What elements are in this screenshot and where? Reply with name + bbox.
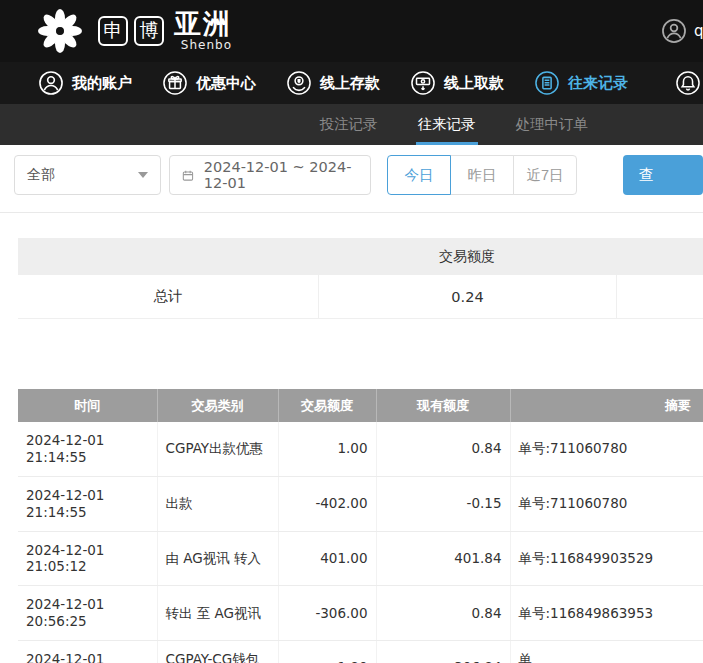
col-header-balance: 现有额度 — [376, 389, 510, 422]
summary-total-row: 总计 0.24 — [18, 275, 703, 319]
avatar-user-icon — [661, 18, 687, 44]
cell-summary: 单号:116849903529 — [510, 531, 703, 586]
nav-item-records[interactable]: 往来记录 — [534, 70, 628, 96]
cell-time: 2024-12-01 21:14:55 — [18, 422, 157, 476]
quick-date-buttons: 今日 昨日 近7日 — [387, 155, 577, 195]
type-select-value: 全部 — [27, 166, 55, 184]
tab-transaction-records[interactable]: 往来记录 — [418, 104, 476, 145]
tab-processing-orders[interactable]: 处理中订单 — [516, 104, 589, 145]
transactions-body: 2024-12-01 21:14:55CGPAY出款优惠1.000.84单号:7… — [18, 422, 703, 663]
calendar-icon — [181, 167, 195, 184]
summary-header-row: 交易额度 — [18, 238, 703, 275]
gift-circle-icon — [162, 70, 188, 96]
summary-total-label: 总计 — [18, 275, 318, 318]
col-header-amount: 交易额度 — [278, 389, 376, 422]
cell-balance: 401.84 — [376, 531, 510, 586]
brand-subtitle: Shenbo — [181, 38, 232, 52]
cell-balance: 306.84 — [376, 641, 510, 663]
nav-label: 优惠中心 — [196, 74, 256, 93]
cell-amount: 1.00 — [278, 422, 376, 476]
col-header-summary: 摘要 — [510, 389, 703, 422]
cell-time: 2024-12-01 21:05:12 — [18, 531, 157, 586]
cell-type: 出款 — [157, 476, 278, 531]
type-select[interactable]: 全部 — [14, 155, 161, 195]
nav-item-withdraw[interactable]: 线上取款 — [410, 70, 504, 96]
top-brand-bar: 申 博 亚洲 Shenbo qh — [0, 0, 703, 62]
cell-summary: 单号:711060780 — [510, 422, 703, 476]
table-row: 2024-12-01 21:14:55CGPAY出款优惠1.000.84单号:7… — [18, 422, 703, 476]
summary-amount-header: 交易额度 — [318, 248, 616, 266]
bell-circle-icon — [675, 70, 701, 96]
brand-region: 亚洲 Shenbo — [174, 10, 232, 52]
username-label: qh — [694, 22, 703, 40]
yesterday-button[interactable]: 昨日 — [450, 155, 514, 195]
cell-type: 转出 至 AG视讯 — [157, 586, 278, 641]
col-header-type: 交易类别 — [157, 389, 278, 422]
nav-label: 往来记录 — [568, 74, 628, 93]
table-row: 2024-12-01 21:14:55出款-402.00-0.15单号:7110… — [18, 476, 703, 531]
cell-type: 由 AG视讯 转入 — [157, 531, 278, 586]
cell-amount: -306.00 — [278, 586, 376, 641]
document-circle-icon — [534, 70, 560, 96]
table-row: 2024-12-01 20:56:25转出 至 AG视讯-306.000.84单… — [18, 586, 703, 641]
cell-time: 2024-12-01 20:56:25 — [18, 586, 157, 641]
nav-label: 线上取款 — [444, 74, 504, 93]
transactions-table: 时间 交易类别 交易额度 现有额度 摘要 2024-12-01 21:14:55… — [18, 389, 703, 663]
main-nav: 我的账户 优惠中心 线上存款 线上取款 — [0, 62, 703, 104]
nav-item-promotions[interactable]: 优惠中心 — [162, 70, 256, 96]
cell-amount: -402.00 — [278, 476, 376, 531]
summary-total-value: 0.24 — [318, 275, 616, 318]
banknote-circle-icon — [410, 70, 436, 96]
cell-balance: -0.15 — [376, 476, 510, 531]
brand-char-shen: 申 — [98, 16, 128, 46]
account-summary[interactable]: qh — [661, 18, 703, 44]
today-button[interactable]: 今日 — [387, 155, 451, 195]
records-subnav: 投注记录 往来记录 处理中订单 — [0, 104, 703, 145]
col-header-time: 时间 — [18, 389, 157, 422]
cell-balance: 0.84 — [376, 586, 510, 641]
last7days-button[interactable]: 近7日 — [513, 155, 577, 195]
brand-region-text: 亚洲 — [174, 10, 232, 38]
transactions-section: 时间 交易类别 交易额度 现有额度 摘要 2024-12-01 21:14:55… — [18, 389, 703, 663]
tab-label: 处理中订单 — [516, 115, 589, 134]
filter-bar: 全部 2024-12-01 ~ 2024-12-01 今日 昨日 近7日 查 — [0, 145, 703, 213]
cell-time: 2024-12-01 20:56:18 — [18, 641, 157, 663]
table-row: 2024-12-01 20:56:18CGPAY-CG钱包支付笔笔送优惠1.80… — [18, 641, 703, 663]
cell-time: 2024-12-01 21:14:55 — [18, 476, 157, 531]
cell-type: CGPAY出款优惠 — [157, 422, 278, 476]
transactions-header: 时间 交易类别 交易额度 现有额度 摘要 — [18, 389, 703, 422]
coin-circle-icon — [286, 70, 312, 96]
tab-label: 投注记录 — [320, 115, 378, 134]
user-circle-icon — [38, 70, 64, 96]
date-range-input[interactable]: 2024-12-01 ~ 2024-12-01 — [169, 155, 371, 195]
cell-amount: 1.80 — [278, 641, 376, 663]
summary-table: 交易额度 总计 0.24 — [18, 238, 703, 319]
caret-down-icon — [138, 172, 148, 178]
cell-summary: 单号:202412023797377007 — [510, 641, 703, 663]
brand-char-bo: 博 — [134, 16, 164, 46]
nav-item-deposit[interactable]: 线上存款 — [286, 70, 380, 96]
tab-betting-records[interactable]: 投注记录 — [320, 104, 378, 145]
cell-summary: 单号:711060780 — [510, 476, 703, 531]
nav-label: 线上存款 — [320, 74, 380, 93]
search-button[interactable]: 查 — [623, 155, 703, 195]
nav-item-my-account[interactable]: 我的账户 — [38, 70, 132, 96]
date-range-value: 2024-12-01 ~ 2024-12-01 — [204, 159, 359, 191]
notification-button[interactable] — [675, 70, 701, 96]
brand-logo-text: 申 博 — [98, 16, 164, 46]
nav-label: 我的账户 — [72, 74, 132, 93]
cell-summary: 单号:116849863953 — [510, 586, 703, 641]
cell-balance: 0.84 — [376, 422, 510, 476]
cell-type: CGPAY-CG钱包支付笔笔送优惠 — [157, 641, 278, 663]
table-row: 2024-12-01 21:05:12由 AG视讯 转入401.00401.84… — [18, 531, 703, 586]
flower-logo-icon — [36, 7, 84, 55]
summary-empty-cell — [616, 275, 703, 318]
tab-label: 往来记录 — [418, 115, 476, 134]
cell-amount: 401.00 — [278, 531, 376, 586]
